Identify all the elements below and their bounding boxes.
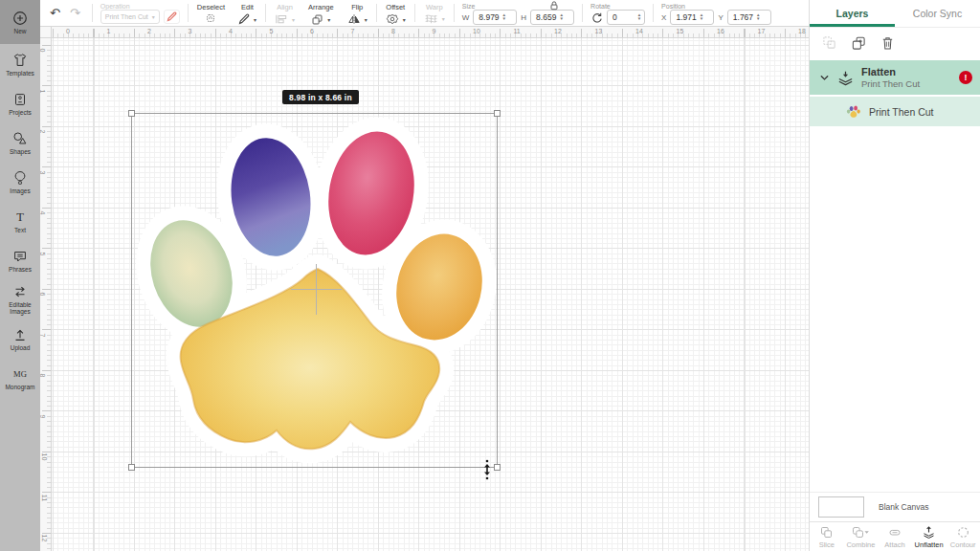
sidebar-item-label: Phrases [9, 266, 32, 273]
attach-button[interactable]: Attach [878, 522, 912, 551]
x-axis-label: X [661, 13, 666, 22]
warp-label: Warp [426, 3, 443, 11]
align-label: Align [277, 3, 293, 11]
ruler-number: 11 [514, 28, 521, 34]
ruler-number: 18 [798, 28, 806, 34]
ruler-number: 9 [433, 28, 436, 34]
ruler-number: 0 [66, 28, 70, 34]
height-stepper[interactable]: ▲▼ [559, 13, 563, 21]
paw-print-artwork[interactable] [91, 91, 512, 485]
ruler-number: 6 [39, 293, 46, 297]
rotate-group: Rotate 0 ▲▼ [585, 0, 651, 26]
speech-bubble-icon [11, 248, 29, 265]
operation-dropdown[interactable]: Print Then Cut ▾ [100, 10, 160, 24]
hot-air-balloon-icon [11, 169, 29, 187]
slice-button[interactable]: Slice [810, 522, 844, 551]
redo-button[interactable]: ↷ [70, 7, 80, 19]
position-x-stepper[interactable]: ▲▼ [700, 13, 703, 21]
sidebar-item-shapes[interactable]: Shapes [0, 122, 40, 162]
blank-canvas-row[interactable]: Blank Canvas [810, 492, 980, 521]
trash-icon[interactable] [880, 35, 895, 51]
arrange-button[interactable]: Arrange ▾ [301, 0, 341, 26]
contour-button[interactable]: Contour [946, 522, 980, 551]
position-x-input[interactable]: 1.971 ▲▼ [670, 10, 714, 25]
chevron-down-icon: ▾ [403, 16, 406, 23]
lock-icon[interactable] [548, 0, 560, 11]
rotate-input[interactable]: 0 ▲▼ [607, 10, 645, 25]
design-canvas[interactable]: 0123456789101112131415161718 01234567891… [40, 27, 809, 551]
resize-handle-bottom-right[interactable] [494, 464, 501, 471]
width-input[interactable]: 8.979 ▲▼ [473, 10, 517, 25]
tab-layers[interactable]: Layers [810, 0, 895, 27]
resize-handle-top-left[interactable] [128, 110, 135, 117]
horizontal-ruler: 0123456789101112131415161718 [52, 27, 809, 38]
position-label: Position [661, 3, 771, 10]
svg-text:MG: MG [13, 369, 27, 379]
height-input[interactable]: 8.659 ▲▼ [530, 10, 574, 25]
resize-handle-bottom-left[interactable] [128, 464, 135, 471]
sidebar-item-projects[interactable]: Projects [0, 83, 40, 122]
attach-icon [887, 525, 902, 540]
resize-handle-top-right[interactable] [494, 110, 501, 117]
shapes-icon [11, 130, 29, 147]
position-y-value: 1.767 [733, 12, 753, 22]
ruler-number: 1 [39, 89, 46, 93]
sublayer-row-print-then-cut[interactable]: Print Then Cut [810, 97, 980, 126]
ruler-number: 12 [554, 28, 562, 34]
width-stepper[interactable]: ▲▼ [502, 13, 506, 21]
sidebar-item-images[interactable]: Images [0, 162, 40, 201]
blank-canvas-swatch[interactable] [818, 496, 864, 518]
flip-icon [347, 13, 361, 25]
rotate-icon[interactable] [590, 11, 603, 24]
chevron-down-icon: ▾ [442, 15, 445, 22]
deselect-icon [204, 13, 217, 23]
combine-button[interactable]: Combine [844, 522, 879, 551]
slice-label: Slice [819, 540, 835, 549]
ruler-number: 8 [391, 28, 395, 34]
rotate-stepper[interactable]: ▲▼ [637, 13, 641, 21]
sidebar-item-upload[interactable]: Upload [0, 319, 40, 358]
position-y-input[interactable]: 1.767 ▲▼ [727, 10, 771, 25]
sidebar-item-label: Editable Images [0, 301, 40, 315]
ruler-number: 16 [717, 28, 724, 34]
position-y-stepper[interactable]: ▲▼ [756, 13, 760, 21]
operation-pen-button[interactable] [164, 10, 180, 24]
sidebar-item-phrases[interactable]: Phrases [0, 240, 40, 279]
edit-button[interactable]: Edit ▾ [232, 0, 263, 26]
warp-icon [424, 13, 438, 24]
unflatten-icon [922, 525, 936, 540]
chevron-down-icon[interactable] [819, 73, 830, 83]
undo-button[interactable]: ↶ [50, 7, 60, 19]
sidebar-item-new[interactable]: New [0, 0, 40, 44]
tab-color-sync[interactable]: Color Sync [895, 0, 980, 27]
contour-icon [956, 525, 970, 540]
rotate-value: 0 [612, 12, 617, 22]
pencil-icon [238, 13, 250, 25]
sidebar-item-templates[interactable]: Templates [0, 44, 40, 83]
ruler-number: 7 [39, 333, 46, 337]
sidebar-item-text[interactable]: T Text [0, 201, 40, 240]
flip-button[interactable]: Flip ▾ [341, 0, 374, 26]
duplicate-icon[interactable] [851, 35, 866, 51]
panel-tabs: Layers Color Sync [810, 0, 980, 28]
warp-button[interactable]: Warp ▾ [417, 0, 452, 26]
flip-label: Flip [351, 3, 363, 11]
sidebar-item-label: New [13, 28, 26, 34]
deselect-button[interactable]: Deselect [190, 0, 232, 26]
y-axis-label: Y [718, 13, 723, 22]
layer-row-flatten[interactable]: Flatten Print Then Cut ! [810, 60, 980, 95]
sidebar-item-monogram[interactable]: MG Monogram [0, 358, 40, 397]
offset-button[interactable]: Offset ▾ [379, 0, 412, 26]
ruler-number: 2 [147, 28, 151, 34]
arrange-label: Arrange [308, 3, 334, 11]
ruler-number: 6 [310, 28, 314, 34]
sidebar-item-label: Images [10, 187, 30, 194]
sidebar-item-label: Monogram [5, 384, 34, 390]
flatten-icon [836, 69, 855, 87]
warning-badge[interactable]: ! [959, 71, 972, 84]
align-button[interactable]: Align ▾ [268, 0, 301, 26]
unflatten-button[interactable]: Unflatten [912, 522, 947, 551]
operation-label: Operation [100, 3, 180, 10]
group-icon[interactable] [822, 35, 836, 50]
sidebar-item-editable-images[interactable]: Editable Images [0, 279, 40, 319]
